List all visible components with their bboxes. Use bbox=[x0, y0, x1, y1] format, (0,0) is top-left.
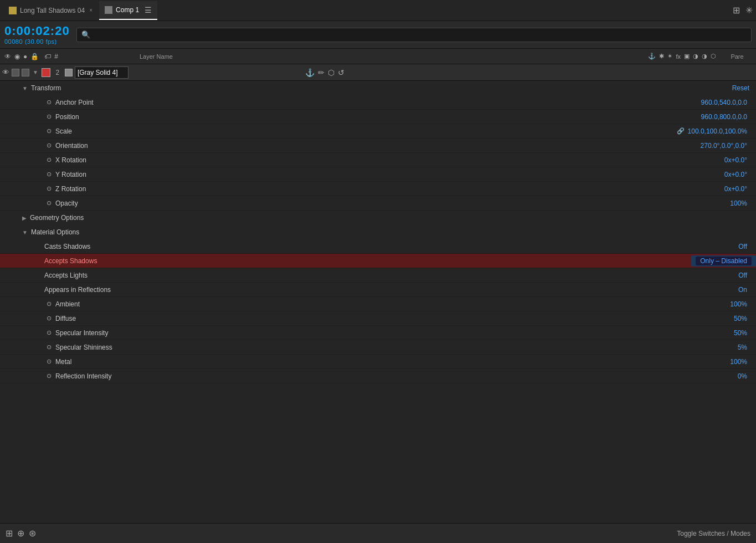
reflection-intensity-value[interactable]: 0% bbox=[738, 372, 749, 380]
diffuse-stopwatch-icon[interactable]: ⊙ bbox=[44, 315, 53, 322]
orientation-value[interactable]: 270.0°,0.0°,0.0° bbox=[701, 142, 749, 150]
search-bar[interactable]: 🔍 bbox=[76, 28, 752, 42]
position-stopwatch-icon[interactable]: ⊙ bbox=[44, 113, 53, 120]
z-rotation-row[interactable]: ⊙ Z Rotation 0x+0.0° bbox=[0, 182, 756, 196]
layer-eye-icon[interactable]: 👁 bbox=[2, 68, 9, 76]
header-anchor-icon: ⚓ bbox=[648, 53, 656, 60]
scale-stopwatch-icon[interactable]: ⊙ bbox=[44, 127, 53, 135]
appears-in-reflections-row[interactable]: Appears in Reflections On bbox=[0, 283, 756, 297]
y-rotation-indent: ⊙ Y Rotation bbox=[0, 171, 724, 178]
casts-shadows-value[interactable]: Off bbox=[738, 243, 749, 250]
layer-row[interactable]: 👁 ▼ 2 [Gray Solid 4] ⚓ ✏ ⬡ ↺ bbox=[0, 64, 756, 81]
ambient-value[interactable]: 100% bbox=[730, 300, 749, 308]
specular-intensity-row[interactable]: ⊙ Specular Intensity 50% bbox=[0, 326, 756, 340]
x-rotation-value[interactable]: 0x+0.0° bbox=[724, 156, 749, 164]
y-rotation-value[interactable]: 0x+0.0° bbox=[724, 171, 749, 178]
specular-shininess-stopwatch-icon[interactable]: ⊙ bbox=[44, 344, 53, 351]
tab-bar: Long Tall Shadows 04 × Comp 1 ☰ ⊞ ✳ bbox=[0, 0, 756, 21]
y-rotation-row[interactable]: ⊙ Y Rotation 0x+0.0° bbox=[0, 167, 756, 182]
diffuse-row[interactable]: ⊙ Diffuse 50% bbox=[0, 311, 756, 326]
layer-right-controls: ⚓ ✏ ⬡ ↺ bbox=[133, 68, 349, 77]
grid-view-icon[interactable]: ⊞ bbox=[733, 5, 740, 16]
x-rotation-stopwatch-icon[interactable]: ⊙ bbox=[44, 156, 53, 163]
timecode-value[interactable]: 0:00:02:20 bbox=[4, 24, 70, 38]
tab-long-tall-shadows[interactable]: Long Tall Shadows 04 × bbox=[3, 1, 99, 20]
tab-menu-icon[interactable]: ☰ bbox=[145, 6, 152, 14]
bottom-left-icons: ⊞ ⊕ ⊛ bbox=[6, 528, 36, 539]
snowflake-icon[interactable]: ✳ bbox=[745, 5, 753, 16]
appears-in-reflections-value[interactable]: On bbox=[738, 286, 749, 294]
metal-row[interactable]: ⊙ Metal 100% bbox=[0, 355, 756, 369]
specular-shininess-value[interactable]: 5% bbox=[738, 344, 749, 351]
ambient-stopwatch-icon[interactable]: ⊙ bbox=[44, 300, 53, 308]
position-value[interactable]: 960.0,800.0,0.0 bbox=[701, 113, 749, 121]
orientation-row[interactable]: ⊙ Orientation 270.0°,0.0°,0.0° bbox=[0, 139, 756, 153]
layer-expand-icon[interactable]: ▼ bbox=[33, 69, 38, 75]
accepts-lights-value[interactable]: Off bbox=[738, 272, 749, 279]
metal-indent: ⊙ Metal bbox=[0, 358, 730, 366]
metal-value[interactable]: 100% bbox=[730, 358, 749, 366]
z-rotation-value[interactable]: 0x+0.0° bbox=[724, 185, 749, 193]
metal-stopwatch-icon[interactable]: ⊙ bbox=[44, 358, 53, 365]
geometry-section-header[interactable]: ▶ Geometry Options bbox=[0, 211, 756, 225]
specular-intensity-value[interactable]: 50% bbox=[734, 329, 749, 337]
layer-pen-icon[interactable]: ✏ bbox=[318, 68, 325, 77]
reflection-intensity-stopwatch-icon[interactable]: ⊙ bbox=[44, 372, 53, 380]
transform-section-header[interactable]: ▼ Transform Reset bbox=[0, 81, 756, 95]
toggle-switches-label[interactable]: Toggle Switches / Modes bbox=[677, 530, 750, 537]
ambient-row[interactable]: ⊙ Ambient 100% bbox=[0, 297, 756, 311]
layer-color-swatch[interactable] bbox=[42, 68, 50, 77]
y-rotation-stopwatch-icon[interactable]: ⊙ bbox=[44, 171, 53, 178]
specular-intensity-stopwatch-icon[interactable]: ⊙ bbox=[44, 329, 53, 336]
anchor-point-row[interactable]: ⊙ Anchor Point 960.0,540.0,0.0 bbox=[0, 95, 756, 110]
metal-value-container: 100% bbox=[730, 358, 756, 366]
accepts-shadows-value[interactable]: Only – Disabled bbox=[696, 257, 752, 265]
search-icon: 🔍 bbox=[81, 30, 90, 39]
reflection-intensity-row[interactable]: ⊙ Reflection Intensity 0% bbox=[0, 369, 756, 383]
scale-row[interactable]: ⊙ Scale 🔗 100.0,100.0,100.0% bbox=[0, 124, 756, 139]
specular-intensity-indent: ⊙ Specular Intensity bbox=[0, 329, 734, 337]
transform-reset-btn[interactable]: Reset bbox=[732, 84, 756, 92]
geometry-expand-icon: ▶ bbox=[22, 215, 27, 221]
accepts-shadows-indent: Accepts Shadows bbox=[0, 257, 691, 265]
accepts-shadows-row[interactable]: Accepts Shadows Only – Disabled bbox=[0, 254, 756, 268]
casts-shadows-row[interactable]: Casts Shadows Off bbox=[0, 239, 756, 254]
scale-link-icon[interactable]: 🔗 bbox=[677, 127, 685, 135]
opacity-stopwatch-icon[interactable]: ⊙ bbox=[44, 199, 53, 207]
search-input[interactable] bbox=[94, 31, 747, 39]
material-section-header[interactable]: ▼ Material Options bbox=[0, 225, 756, 239]
appears-in-reflections-value-container: On bbox=[738, 286, 756, 294]
diffuse-value[interactable]: 50% bbox=[734, 315, 749, 322]
tab-comp1[interactable]: Comp 1 ☰ bbox=[99, 1, 157, 20]
scale-value[interactable]: 100.0,100.0,100.0% bbox=[688, 127, 749, 135]
layer-3d-icon[interactable]: ⬡ bbox=[328, 68, 335, 77]
opacity-row[interactable]: ⊙ Opacity 100% bbox=[0, 196, 756, 211]
orientation-stopwatch-icon[interactable]: ⊙ bbox=[44, 142, 53, 149]
ambient-value-container: 100% bbox=[730, 300, 756, 308]
layer-rotate-icon[interactable]: ↺ bbox=[338, 68, 344, 77]
casts-shadows-indent: Casts Shadows bbox=[0, 243, 738, 250]
header-parent: Pare bbox=[721, 53, 754, 60]
accepts-lights-row[interactable]: Accepts Lights Off bbox=[0, 268, 756, 283]
layer-name-field[interactable]: [Gray Solid 4] bbox=[75, 66, 128, 79]
header-circle2-icon: ◑ bbox=[702, 53, 707, 60]
bottom-icon-2[interactable]: ⊕ bbox=[17, 528, 24, 539]
tab-close-1[interactable]: × bbox=[88, 7, 94, 13]
header-lock-icon: 🔒 bbox=[30, 53, 39, 60]
layer-audio-box[interactable] bbox=[12, 69, 19, 76]
anchor-point-value[interactable]: 960.0,540.0,0.0 bbox=[701, 99, 749, 106]
x-rotation-row[interactable]: ⊙ X Rotation 0x+0.0° bbox=[0, 153, 756, 167]
anchor-stopwatch-icon[interactable]: ⊙ bbox=[44, 99, 53, 106]
opacity-label: Opacity bbox=[55, 199, 78, 207]
layer-solo-box[interactable] bbox=[22, 69, 29, 76]
header-sparkle-icon: ✶ bbox=[667, 53, 672, 60]
material-label: Material Options bbox=[31, 228, 79, 236]
z-rotation-stopwatch-icon[interactable]: ⊙ bbox=[44, 185, 53, 192]
opacity-value[interactable]: 100% bbox=[730, 199, 749, 207]
layer-anchor-icon[interactable]: ⚓ bbox=[305, 68, 315, 77]
bottom-icon-3[interactable]: ⊛ bbox=[29, 528, 36, 539]
z-rotation-value-container: 0x+0.0° bbox=[724, 185, 756, 193]
position-row[interactable]: ⊙ Position 960.0,800.0,0.0 bbox=[0, 110, 756, 124]
specular-shininess-row[interactable]: ⊙ Specular Shininess 5% bbox=[0, 340, 756, 355]
bottom-icon-1[interactable]: ⊞ bbox=[6, 528, 13, 539]
